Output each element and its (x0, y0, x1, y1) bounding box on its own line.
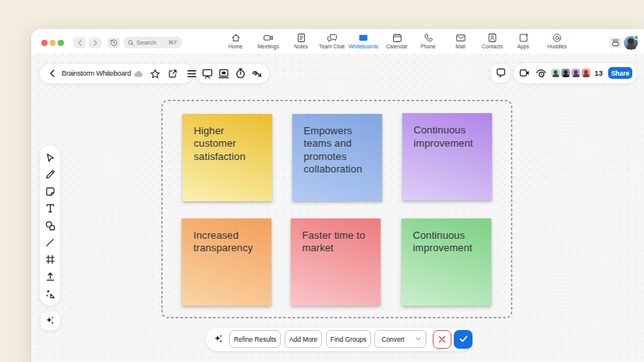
whiteboards-icon (358, 33, 369, 43)
chevron-right-icon (93, 40, 98, 46)
status-dot (634, 35, 639, 40)
star-icon (150, 69, 161, 80)
timer-icon (235, 68, 246, 79)
find-groups-button[interactable]: Find Groups (326, 330, 371, 348)
mail-icon (455, 33, 466, 43)
start-video-button[interactable] (518, 66, 531, 81)
present-button[interactable] (200, 66, 214, 81)
connected-device-button[interactable] (609, 37, 621, 48)
desktop-background: Search ⌘F Home Meetings Notes Team Chat (0, 0, 644, 362)
tab-home[interactable]: Home (217, 33, 254, 49)
search-placeholder: Search (136, 39, 166, 46)
export-icon (168, 69, 178, 79)
tab-apps[interactable]: Apps (504, 33, 542, 49)
forward-button[interactable] (89, 37, 101, 48)
select-icon (45, 153, 55, 163)
sticky-note[interactable]: Faster time to market (291, 218, 380, 306)
shapes-icon (45, 221, 55, 231)
board-title: Brainstorm Whiteboard (62, 69, 131, 77)
convert-label: Convert (381, 335, 404, 343)
calendar-icon (392, 33, 402, 43)
pen-tool[interactable] (44, 169, 56, 181)
collaborator-avatars[interactable] (551, 69, 591, 78)
sticky-note-tool[interactable] (44, 186, 56, 198)
chevron-left-icon (77, 40, 83, 46)
sticky-note[interactable]: Higher customer satisfaction (182, 114, 272, 201)
reject-button[interactable] (433, 330, 451, 349)
search-input[interactable]: Search ⌘F (123, 37, 182, 48)
share-to-room-button[interactable] (217, 66, 231, 81)
sticky-note[interactable]: Empowers teams and promotes collaboratio… (292, 114, 382, 201)
upload-tool[interactable] (44, 270, 56, 282)
user-avatar[interactable] (624, 36, 638, 50)
home-icon (231, 33, 241, 43)
frame-icon (45, 254, 55, 264)
refine-results-button[interactable]: Refine Results (229, 330, 281, 348)
zoom-app-window: Search ⌘F Home Meetings Notes Team Chat (31, 29, 644, 362)
history-button[interactable] (108, 37, 120, 48)
frame-tool[interactable] (44, 254, 56, 266)
eye-icon (536, 69, 547, 78)
window-controls (41, 40, 64, 46)
comment-button[interactable] (491, 64, 510, 83)
collaborator-count[interactable]: 13 (594, 69, 603, 77)
accept-button[interactable] (454, 330, 472, 349)
present-tools (196, 64, 269, 84)
line-tool[interactable] (44, 236, 56, 249)
minimize-window-button[interactable] (50, 40, 56, 46)
team-chat-icon (327, 33, 338, 43)
history-icon (110, 39, 118, 47)
search-icon (128, 40, 134, 46)
line-icon (45, 238, 55, 247)
share-to-room-icon (218, 69, 229, 79)
laser-pointer-button[interactable] (250, 66, 264, 81)
select-tool[interactable] (44, 151, 56, 164)
share-button[interactable]: Share (608, 67, 632, 79)
chevron-down-icon (416, 337, 421, 341)
shapes-tool[interactable] (44, 219, 56, 232)
sticky-note-text: Continuous improvement (414, 124, 473, 149)
timer-button[interactable] (234, 66, 248, 81)
board-back-button[interactable] (47, 67, 58, 80)
tab-meetings[interactable]: Meetings (249, 33, 287, 49)
export-button[interactable] (165, 66, 180, 82)
star-button[interactable] (147, 66, 163, 82)
sticky-note-text: Higher customer satisfaction (194, 125, 246, 162)
huddles-icon (552, 33, 562, 43)
close-window-button[interactable] (41, 40, 48, 46)
check-icon (459, 335, 468, 342)
diagram-ai-icon (45, 289, 55, 299)
avatar (551, 69, 561, 78)
ai-assistant-button[interactable] (41, 311, 60, 330)
avatar (582, 69, 591, 78)
tab-whiteboards[interactable]: Whiteboards (345, 33, 382, 49)
app-top-bar: Search ⌘F Home Meetings Notes Team Chat (31, 29, 644, 54)
contacts-icon (487, 33, 497, 43)
device-icon (611, 39, 620, 47)
tab-huddles[interactable]: Huddles (539, 33, 576, 49)
chevron-left-icon (49, 69, 55, 77)
close-icon (438, 335, 446, 343)
avatar (561, 69, 571, 78)
search-shortcut: ⌘F (168, 39, 178, 46)
back-button[interactable] (73, 37, 86, 48)
follow-presenter-button[interactable] (535, 66, 547, 81)
add-more-button[interactable]: Add More (285, 330, 322, 348)
sticky-note[interactable]: Continuous improvement (402, 113, 492, 201)
meetings-icon (263, 33, 274, 43)
sticky-note[interactable]: Increased transparency (182, 218, 271, 306)
sticky-note-text: Increased transparency (193, 229, 253, 254)
smart-diagram-tool[interactable] (44, 287, 56, 300)
convert-dropdown[interactable]: Convert (374, 330, 426, 348)
apps-icon (518, 33, 529, 43)
zoom-window-button[interactable] (58, 40, 64, 46)
text-tool[interactable] (44, 202, 56, 215)
video-camera-icon (519, 69, 530, 77)
pen-icon (45, 169, 55, 179)
present-icon (202, 69, 213, 79)
tool-rail (40, 145, 60, 306)
sticky-note[interactable]: Continuous improvement (402, 218, 491, 306)
presence-bar: 13 Share (514, 63, 637, 83)
sticky-note-text: Continuous improvement (413, 229, 472, 254)
sticky-note-text: Empowers teams and promotes collaboratio… (304, 125, 363, 176)
